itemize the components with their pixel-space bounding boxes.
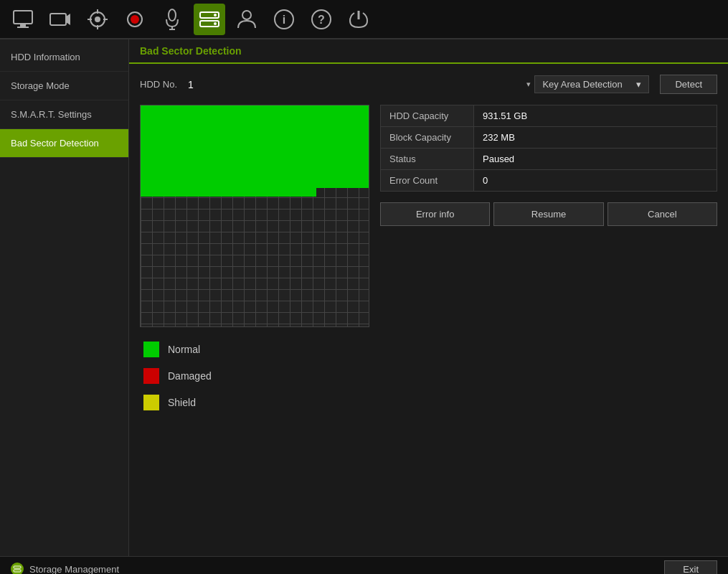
info-panel: HDD Capacity 931.51 GB Block Capacity 23… xyxy=(380,105,717,545)
content-inner: HDD No. 1 ▾ Key Area Detection ▾ Detect xyxy=(129,64,728,556)
sidebar: HDD Information Storage Mode S.M.A.R.T. … xyxy=(0,39,129,556)
hdd-storage-icon[interactable] xyxy=(194,4,225,35)
detect-button[interactable]: Detect xyxy=(660,75,717,94)
action-buttons: Error info Resume Cancel xyxy=(380,202,717,226)
sector-grid-container: Normal Damaged Shield xyxy=(140,105,369,545)
grid-green-partial xyxy=(141,188,316,197)
legend-damaged-box xyxy=(143,368,159,384)
page-title: Bad Sector Detection xyxy=(129,39,728,64)
record-icon[interactable] xyxy=(119,4,151,35)
ptz-icon[interactable] xyxy=(82,4,113,35)
svg-rect-1 xyxy=(20,24,26,27)
sidebar-item-hdd-information[interactable]: HDD Information xyxy=(0,43,128,72)
legend-shield-label: Shield xyxy=(168,397,196,408)
bottom-bar: Storage Management Exit xyxy=(0,556,728,574)
status-label: Status xyxy=(381,149,474,170)
svg-rect-0 xyxy=(14,11,32,24)
cancel-button[interactable]: Cancel xyxy=(608,202,717,226)
legend-normal-label: Normal xyxy=(168,344,200,355)
block-capacity-row: Block Capacity 232 MB xyxy=(381,127,717,149)
user-icon[interactable] xyxy=(231,4,263,35)
error-count-row: Error Count 0 xyxy=(381,170,717,192)
hdd-capacity-value: 931.51 GB xyxy=(474,105,717,127)
info-icon[interactable]: i xyxy=(268,4,300,35)
grid-green-area xyxy=(141,105,369,188)
error-count-value: 0 xyxy=(474,170,717,192)
svg-rect-25 xyxy=(14,566,21,568)
storage-status-icon xyxy=(11,563,24,574)
svg-text:?: ? xyxy=(318,14,325,26)
legend-shield-box xyxy=(143,395,159,410)
monitor-icon[interactable] xyxy=(7,4,39,35)
dropdown-arrow-icon: ▾ xyxy=(636,79,641,90)
svg-rect-2 xyxy=(17,27,29,28)
toolbar: i ? xyxy=(0,0,728,39)
detection-type-group: ▾ Key Area Detection ▾ xyxy=(526,75,649,93)
legend-normal-box xyxy=(143,342,159,357)
hdd-label: HDD No. xyxy=(140,79,177,90)
hdd-capacity-row: HDD Capacity 931.51 GB xyxy=(381,105,717,127)
detection-type-dropdown[interactable]: Key Area Detection ▾ xyxy=(534,75,649,93)
sidebar-item-smart-settings[interactable]: S.M.A.R.T. Settings xyxy=(0,100,128,129)
hdd-number: 1 xyxy=(188,79,194,90)
legend-normal: Normal xyxy=(143,342,369,357)
error-info-button[interactable]: Error info xyxy=(380,202,490,226)
svg-rect-3 xyxy=(50,14,66,25)
status-value: Paused xyxy=(474,149,717,170)
svg-point-12 xyxy=(131,15,139,24)
content-area: Bad Sector Detection HDD No. 1 ▾ Key Are… xyxy=(129,39,728,556)
main-layout: HDD Information Storage Mode S.M.A.R.T. … xyxy=(0,39,728,556)
error-count-label: Error Count xyxy=(381,170,474,192)
legend-damaged-label: Damaged xyxy=(168,370,212,382)
block-capacity-value: 232 MB xyxy=(474,127,717,149)
help-icon[interactable]: ? xyxy=(306,4,337,35)
hdd-capacity-label: HDD Capacity xyxy=(381,105,474,127)
svg-point-18 xyxy=(214,14,217,17)
svg-point-19 xyxy=(214,22,217,25)
camera-icon[interactable] xyxy=(44,4,76,35)
legend: Normal Damaged Shield xyxy=(140,342,369,410)
svg-point-20 xyxy=(242,11,251,19)
svg-text:i: i xyxy=(283,14,285,26)
sector-grid xyxy=(140,105,369,327)
svg-point-13 xyxy=(169,9,176,21)
sidebar-item-storage-mode[interactable]: Storage Mode xyxy=(0,72,128,100)
audio-icon[interactable] xyxy=(156,4,188,35)
legend-damaged: Damaged xyxy=(143,368,369,384)
block-capacity-label: Block Capacity xyxy=(381,127,474,149)
detection-type-label: Key Area Detection xyxy=(542,79,622,90)
detection-area: Normal Damaged Shield xyxy=(140,105,717,545)
sidebar-item-bad-sector-detection[interactable]: Bad Sector Detection xyxy=(0,129,128,158)
exit-button[interactable]: Exit xyxy=(664,560,717,575)
power-icon[interactable] xyxy=(343,4,374,35)
svg-point-6 xyxy=(95,17,100,22)
dropdown-left-arrow: ▾ xyxy=(526,80,531,89)
hdd-row: HDD No. 1 ▾ Key Area Detection ▾ Detect xyxy=(140,75,717,94)
legend-shield: Shield xyxy=(143,395,369,410)
info-table: HDD Capacity 931.51 GB Block Capacity 23… xyxy=(380,105,717,192)
status-row: Status Paused xyxy=(381,149,717,170)
svg-rect-26 xyxy=(14,570,21,572)
storage-management-label: Storage Management xyxy=(29,564,119,575)
resume-button[interactable]: Resume xyxy=(493,202,603,226)
